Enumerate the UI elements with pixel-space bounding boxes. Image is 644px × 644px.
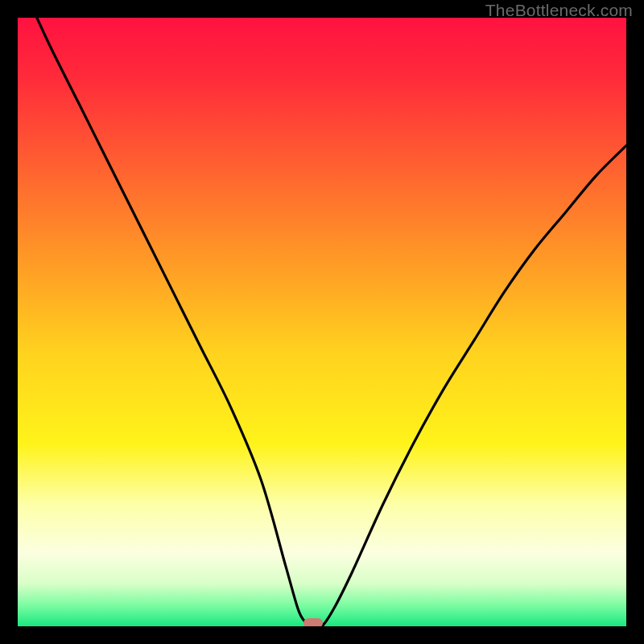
chart-container: TheBottleneck.com [0, 0, 644, 644]
bottleneck-curve [18, 18, 626, 626]
watermark-text: TheBottleneck.com [485, 1, 633, 20]
plot-area [18, 18, 626, 626]
optimum-marker [303, 618, 323, 626]
